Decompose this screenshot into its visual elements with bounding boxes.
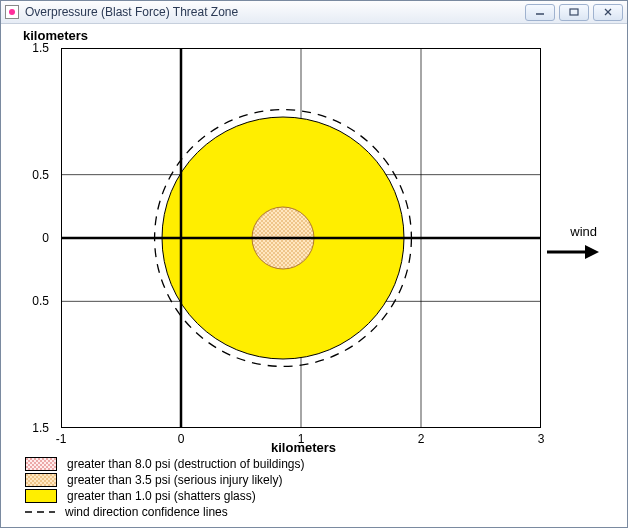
xtick-3: 3 xyxy=(538,432,545,446)
legend-row-confidence: wind direction confidence lines xyxy=(25,504,304,520)
xtick-minus1: -1 xyxy=(56,432,67,446)
xtick-1: 1 xyxy=(298,432,305,446)
svg-rect-3 xyxy=(570,9,578,15)
svg-rect-21 xyxy=(26,458,56,470)
xtick-0: 0 xyxy=(178,432,185,446)
xtick-2: 2 xyxy=(418,432,425,446)
legend-label-confidence: wind direction confidence lines xyxy=(65,505,228,519)
x-tick-labels: -1 0 1 2 3 xyxy=(61,430,541,446)
close-button[interactable] xyxy=(593,4,623,21)
app-window: Overpressure (Blast Force) Threat Zone k… xyxy=(0,0,628,528)
legend-label-8psi: greater than 8.0 psi (destruction of bui… xyxy=(67,457,304,471)
client-area: kilometers kilometers 1.5 0.5 0 0.5 1.5 … xyxy=(1,24,627,527)
window-title: Overpressure (Blast Force) Threat Zone xyxy=(25,5,525,19)
legend-swatch-red xyxy=(25,457,57,471)
svg-marker-20 xyxy=(585,245,599,259)
legend: greater than 8.0 psi (destruction of bui… xyxy=(25,456,304,520)
svg-rect-22 xyxy=(26,474,56,486)
maximize-button[interactable] xyxy=(559,4,589,21)
titlebar[interactable]: Overpressure (Blast Force) Threat Zone xyxy=(1,1,627,24)
window-controls xyxy=(525,4,623,21)
wind-label: wind xyxy=(570,224,597,239)
legend-row-3p5psi: greater than 3.5 psi (serious injury lik… xyxy=(25,472,304,488)
svg-point-1 xyxy=(9,9,15,15)
app-icon xyxy=(5,5,19,19)
minimize-button[interactable] xyxy=(525,4,555,21)
legend-swatch-orange xyxy=(25,473,57,487)
legend-label-1psi: greater than 1.0 psi (shatters glass) xyxy=(67,489,256,503)
legend-swatch-dash xyxy=(25,506,55,518)
ytick-1p5-top: 1.5 xyxy=(9,41,49,55)
ytick-0p5-top: 0.5 xyxy=(9,168,49,182)
ytick-0p5-bot: 0.5 xyxy=(9,294,49,308)
wind-arrow-icon xyxy=(545,242,601,262)
legend-row-8psi: greater than 8.0 psi (destruction of bui… xyxy=(25,456,304,472)
legend-label-3p5psi: greater than 3.5 psi (serious injury lik… xyxy=(67,473,282,487)
plot-area xyxy=(61,48,541,428)
ytick-0: 0 xyxy=(9,231,49,245)
plot-svg xyxy=(61,48,541,428)
legend-swatch-yellow xyxy=(25,489,57,503)
legend-row-1psi: greater than 1.0 psi (shatters glass) xyxy=(25,488,304,504)
ytick-1p5-bot: 1.5 xyxy=(9,421,49,435)
y-tick-labels: 1.5 0.5 0 0.5 1.5 xyxy=(1,48,55,428)
